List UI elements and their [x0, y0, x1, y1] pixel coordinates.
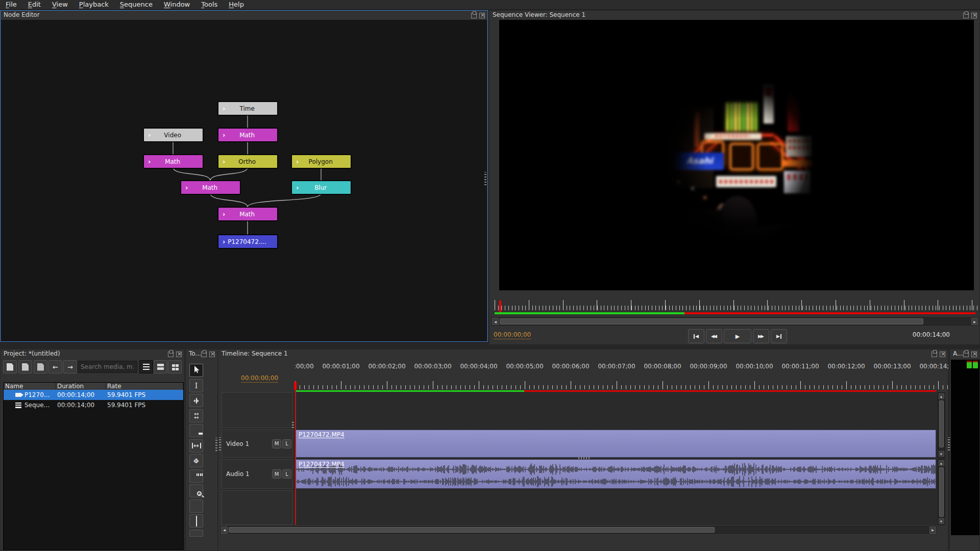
node-math3[interactable]: ›Math [181, 181, 240, 194]
menu-file[interactable]: File [0, 0, 22, 10]
node-ortho[interactable]: ›Ortho [218, 155, 278, 168]
search-input[interactable] [77, 361, 137, 373]
scroll-down-arrow[interactable]: ▼ [939, 451, 944, 457]
fast-forward-button[interactable]: ▶▶ [753, 329, 769, 343]
node-math1[interactable]: ›Math [218, 128, 278, 142]
track-header-video1[interactable]: Video 1 M L [222, 430, 293, 458]
scrollbar-thumb[interactable] [939, 400, 944, 447]
audio-tracks-scrollbar[interactable]: ▲ ▼ [938, 459, 945, 525]
redo-button[interactable]: → [63, 360, 77, 373]
track-header-empty-top[interactable] [222, 392, 293, 428]
close-panel-icon[interactable] [971, 13, 977, 18]
node-math2[interactable]: ›Math [143, 155, 203, 168]
float-panel-icon[interactable] [932, 352, 937, 357]
media-row-video[interactable]: P1270... 00:00:14;00 59.9401 FPS [4, 390, 183, 400]
lock-button[interactable]: L [282, 469, 291, 479]
menu-edit[interactable]: Edit [22, 0, 46, 10]
panel-resize-handle[interactable] [219, 437, 221, 450]
save-project-button[interactable] [34, 360, 47, 373]
timeline-current-timecode[interactable]: 00:00:00;00 [241, 374, 278, 383]
rolling-tool-button[interactable]: ↔↔ [189, 409, 203, 422]
icon-view-button[interactable] [168, 360, 182, 373]
current-timecode[interactable]: 00:00:00;00 [494, 331, 531, 339]
timeline-playhead[interactable] [294, 382, 297, 390]
scrollbar-thumb[interactable] [939, 467, 944, 517]
panel-resize-handle[interactable] [948, 437, 950, 450]
mute-button[interactable]: M [272, 469, 281, 479]
menu-view[interactable]: View [46, 0, 74, 10]
scroll-left-arrow[interactable]: ◀ [492, 318, 499, 325]
edit-tool-button[interactable]: I [189, 379, 203, 392]
float-panel-icon[interactable] [471, 13, 477, 18]
audio-clip[interactable]: P1270472.MP4 [295, 459, 936, 489]
video-clip[interactable]: P1270472.MP4 [295, 430, 936, 458]
ruler-resize-handle[interactable] [292, 421, 294, 428]
scroll-left-arrow[interactable]: ◀ [221, 527, 228, 534]
float-panel-icon[interactable] [168, 352, 174, 357]
timeline-horizontal-scrollbar[interactable]: ◀ ▶ [220, 526, 937, 534]
column-name[interactable]: Name [4, 383, 56, 390]
scroll-right-arrow[interactable]: ▶ [929, 527, 936, 534]
viewer-horizontal-scrollbar[interactable]: ◀ ▶ [492, 317, 978, 325]
float-panel-icon[interactable] [201, 352, 207, 357]
track-header-empty-bottom[interactable] [222, 490, 293, 525]
video-preview-canvas[interactable]: DOTONBORI Asahi [499, 20, 974, 290]
close-panel-icon[interactable] [479, 13, 485, 18]
new-project-button[interactable] [3, 360, 17, 373]
video-tracks-scrollbar[interactable]: ▲ ▼ [938, 392, 945, 458]
node-math4[interactable]: ›Math [218, 207, 278, 221]
ripple-tool-button[interactable]: ↔ [189, 394, 203, 407]
scroll-up-arrow[interactable]: ▲ [939, 393, 944, 399]
menu-help[interactable]: Help [223, 0, 250, 10]
menu-window[interactable]: Window [158, 0, 195, 10]
menu-tools[interactable]: Tools [195, 0, 223, 10]
track-resize-handle[interactable] [578, 457, 591, 459]
skip-to-start-button[interactable]: ◀ [688, 329, 704, 343]
lock-button[interactable]: L [282, 439, 291, 448]
slip-tool-button[interactable]: ↔ [189, 439, 203, 453]
track-header-audio1[interactable]: Audio 1 M L [222, 459, 293, 489]
scroll-down-arrow[interactable]: ▼ [939, 518, 944, 524]
viewer-time-ruler[interactable] [493, 300, 977, 313]
node-graph-canvas[interactable]: ›Time›Video›Math›Math›Ortho›Polygon›Math… [1, 20, 487, 341]
media-row-sequence[interactable]: Seque... 00:00:14;00 59.9401 FPS [4, 400, 183, 410]
float-panel-icon[interactable] [963, 13, 969, 18]
column-duration[interactable]: Duration [56, 383, 106, 390]
menu-sequence[interactable]: Sequence [114, 0, 158, 10]
rewind-button[interactable]: ◀◀ [706, 329, 722, 343]
list-view-button[interactable] [154, 360, 167, 373]
scroll-up-arrow[interactable]: ▲ [939, 460, 944, 466]
node-output[interactable]: ›P1270472.... [218, 235, 278, 248]
hand-tool-button[interactable] [189, 469, 203, 483]
close-panel-icon[interactable] [971, 352, 977, 357]
record-tool-button[interactable] [189, 499, 203, 513]
play-button[interactable]: ▶ [724, 329, 751, 343]
tool-add-button-partial[interactable] [189, 530, 203, 537]
scrollbar-thumb[interactable] [500, 318, 923, 324]
panel-resize-handle[interactable] [215, 438, 217, 451]
open-project-button[interactable] [18, 360, 32, 373]
razor-tool-button[interactable] [189, 424, 203, 437]
close-panel-icon[interactable] [209, 352, 215, 357]
panel-resize-handle[interactable] [484, 172, 486, 185]
close-panel-icon[interactable] [940, 352, 945, 357]
node-video[interactable]: ›Video [143, 128, 203, 142]
column-rate[interactable]: Rate [106, 383, 183, 390]
slide-tool-button[interactable]: ↔↕ [189, 454, 203, 467]
mute-button[interactable]: M [272, 439, 281, 448]
undo-button[interactable]: ← [48, 360, 62, 373]
transition-tool-button[interactable] [189, 514, 203, 528]
node-polygon[interactable]: ›Polygon [291, 155, 351, 168]
table-header[interactable]: Name Duration Rate [4, 383, 183, 390]
float-panel-icon[interactable] [963, 352, 969, 357]
skip-to-end-button[interactable]: ▶ [771, 329, 787, 343]
close-panel-icon[interactable] [176, 352, 182, 357]
timeline-ruler[interactable] [295, 381, 948, 390]
menu-playback[interactable]: Playback [74, 0, 114, 10]
node-blur[interactable]: ›Blur [291, 181, 351, 194]
tree-view-button[interactable] [139, 360, 153, 373]
scroll-right-arrow[interactable]: ▶ [971, 318, 978, 325]
scrollbar-thumb[interactable] [229, 527, 715, 533]
pointer-tool-button[interactable] [189, 364, 203, 377]
node-time[interactable]: ›Time [218, 102, 278, 115]
